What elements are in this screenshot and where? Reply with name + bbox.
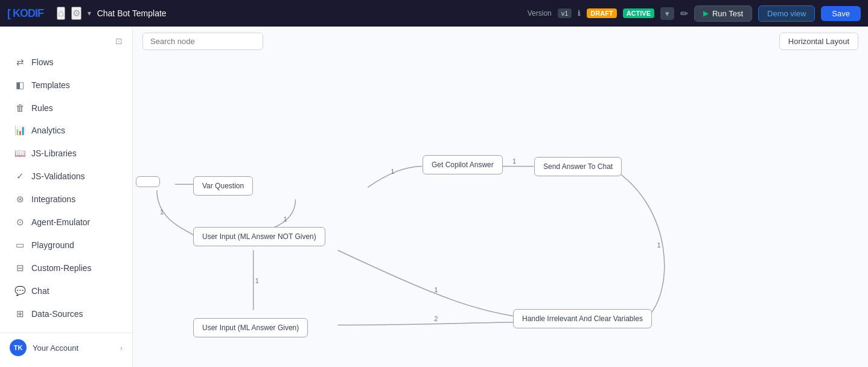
node-user-input-given[interactable]: User Input (ML Answer Given) [193, 318, 308, 337]
node-get-copilot-label: Get Copilot Answer [432, 161, 494, 169]
sidebar-item-templates[interactable]: ◧ Templates [5, 74, 127, 96]
navbar: [ KODIF ⌂ ⚙ ▾ Chat Bot Template Version … [0, 0, 868, 27]
node-var-question[interactable]: Var Question [193, 176, 253, 196]
sidebar-label-integrations: Integrations [31, 194, 75, 204]
svg-text:1: 1 [160, 208, 164, 215]
js-validations-icon: ✓ [14, 171, 25, 182]
playground-icon: ▭ [14, 240, 25, 251]
sidebar-label-chat: Chat [31, 286, 49, 296]
custom-replies-icon: ⊟ [14, 263, 25, 273]
sidebar-item-analytics[interactable]: 📊 Analytics [5, 120, 127, 141]
sidebar-item-data-sources[interactable]: ⊞ Data-Sources [5, 303, 127, 325]
home-button[interactable]: ⌂ [57, 7, 65, 20]
search-node-input[interactable] [142, 33, 263, 50]
sidebar-label-custom-replies: Custom-Replies [31, 263, 92, 273]
info-icon: ℹ [578, 9, 581, 18]
sidebar-label-js-validations: JS-Validations [31, 171, 85, 181]
flows-icon: ⇄ [14, 57, 25, 68]
page-title: Chat Bot Template [97, 8, 167, 18]
logo-bracket: [ [7, 7, 10, 20]
svg-text:1: 1 [657, 241, 661, 249]
sidebar: ⊡ ⇄ Flows ◧ Templates 🗑 Rules 📊 Analytic… [0, 27, 133, 367]
sidebar-item-custom-replies[interactable]: ⊟ Custom-Replies [5, 257, 127, 279]
node-send-answer-label: Send Answer To Chat [543, 162, 613, 171]
node-user-input-not-given[interactable]: User Input (ML Answer NOT Given) [193, 227, 325, 246]
chat-icon: 💬 [14, 286, 25, 296]
sidebar-label-analytics: Analytics [31, 126, 65, 135]
svg-text:1: 1 [284, 215, 287, 223]
canvas-toolbar: Horizontal Layout [133, 27, 868, 56]
sidebar-label-flows: Flows [31, 57, 54, 67]
sidebar-label-js-libraries: JS-Libraries [31, 148, 77, 158]
sidebar-item-chat[interactable]: 💬 Chat [5, 280, 127, 302]
analytics-icon: 📊 [14, 125, 25, 136]
svg-text:1: 1 [512, 158, 516, 165]
run-label: Run Test [712, 9, 743, 18]
horizontal-layout-button[interactable]: Horizontal Layout [779, 33, 858, 50]
node-user-input-not-given-label: User Input (ML Answer NOT Given) [202, 232, 316, 241]
sidebar-label-rules: Rules [31, 103, 53, 113]
svg-text:1: 1 [255, 277, 259, 284]
node-user-input-given-label: User Input (ML Answer Given) [202, 324, 299, 332]
sidebar-item-js-validations[interactable]: ✓ JS-Validations [5, 165, 127, 187]
logo-text: KODIF [13, 7, 43, 20]
templates-icon: ◧ [14, 80, 25, 91]
run-test-button[interactable]: ▶ Run Test [694, 5, 752, 22]
sidebar-collapse-button[interactable]: ⊡ [110, 34, 127, 48]
version-label: Version [528, 9, 552, 18]
svg-text:2: 2 [434, 315, 438, 322]
node-var-question-label: Var Question [202, 182, 244, 190]
rules-icon: 🗑 [14, 103, 25, 113]
nav-chevron-icon[interactable]: ▾ [88, 9, 91, 18]
main-layout: ⊡ ⇄ Flows ◧ Templates 🗑 Rules 📊 Analytic… [0, 27, 868, 367]
js-libraries-icon: 📖 [14, 148, 25, 159]
integrations-icon: ⊛ [14, 194, 25, 205]
sidebar-item-flows[interactable]: ⇄ Flows [5, 51, 127, 73]
logo: [ KODIF [7, 7, 43, 20]
version-dropdown-button[interactable]: ▾ [660, 7, 674, 20]
account-chevron-icon: › [120, 343, 123, 353]
save-button[interactable]: Save [821, 6, 861, 21]
play-icon: ▶ [703, 9, 709, 18]
sidebar-label-data-sources: Data-Sources [31, 309, 83, 319]
agent-emulator-icon: ⊙ [14, 217, 25, 228]
account-footer[interactable]: TK Your Account › [0, 333, 132, 362]
sidebar-label-agent-emulator: Agent-Emulator [31, 217, 90, 227]
demo-view-button[interactable]: Demo view [758, 5, 815, 22]
version-badge: v1 [558, 8, 572, 18]
sidebar-item-js-libraries[interactable]: 📖 JS-Libraries [5, 142, 127, 164]
sidebar-item-integrations[interactable]: ⊛ Integrations [5, 188, 127, 210]
account-label: Your Account [33, 343, 114, 353]
sidebar-item-agent-emulator[interactable]: ⊙ Agent-Emulator [5, 211, 127, 233]
active-badge: ACTIVE [623, 8, 654, 18]
edit-button[interactable]: ✏ [680, 8, 688, 19]
flow-diagram: 1 1 1 1 1 1 2 [133, 56, 868, 367]
node-handle-irrelevant-label: Handle Irrelevant And Clear Variables [522, 314, 643, 323]
sidebar-item-playground[interactable]: ▭ Playground [5, 234, 127, 256]
node-handle-irrelevant[interactable]: Handle Irrelevant And Clear Variables [513, 309, 652, 328]
sidebar-item-rules[interactable]: 🗑 Rules [5, 97, 127, 118]
draft-badge: DRAFT [587, 8, 616, 18]
node-left-partial[interactable] [136, 176, 160, 187]
svg-text:1: 1 [434, 286, 438, 293]
svg-text:1: 1 [391, 168, 394, 176]
data-sources-icon: ⊞ [14, 308, 25, 319]
sidebar-label-templates: Templates [31, 80, 70, 90]
node-send-answer-to-chat[interactable]: Send Answer To Chat [534, 157, 622, 176]
flow-canvas-area: Horizontal Layout 1 1 1 1 1 [133, 27, 868, 367]
settings-button[interactable]: ⚙ [71, 7, 81, 20]
avatar: TK [10, 339, 27, 356]
sidebar-label-playground: Playground [31, 240, 74, 250]
node-get-copilot-answer[interactable]: Get Copilot Answer [423, 155, 503, 174]
